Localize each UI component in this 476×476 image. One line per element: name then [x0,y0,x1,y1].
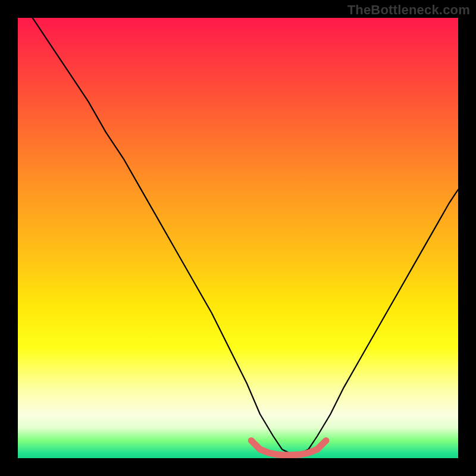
chart-frame: TheBottleneck.com [0,0,476,476]
accent-svg [18,18,458,458]
sweet-spot-marker [251,440,326,455]
watermark-text: TheBottleneck.com [347,2,470,18]
plot-area [18,18,458,458]
